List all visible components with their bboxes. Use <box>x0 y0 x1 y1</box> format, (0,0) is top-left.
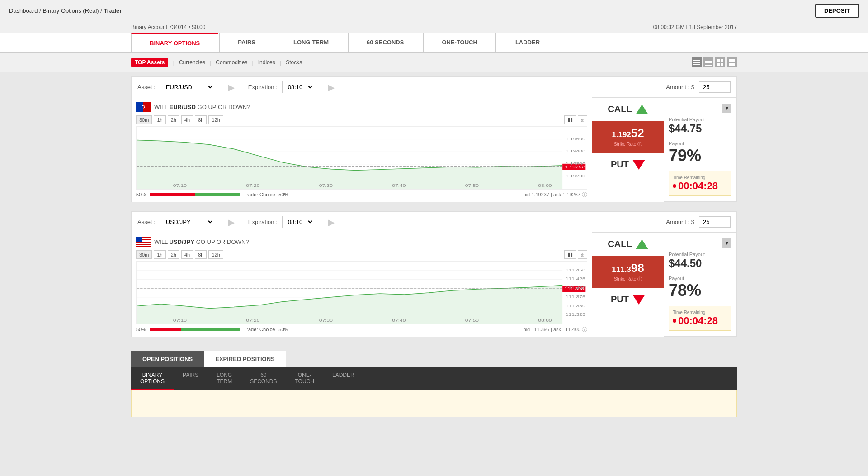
svg-text:08:00: 08:00 <box>538 183 552 188</box>
view-tile-icon[interactable] <box>727 57 737 67</box>
svg-rect-9 <box>721 59 723 62</box>
bottom-tab-longterm[interactable]: LONGTERM <box>208 367 241 390</box>
call-button-usdjpy[interactable]: CALL <box>592 232 664 256</box>
bid-ask-usdjpy: bid 111.395 | ask 111.400 i <box>524 327 587 332</box>
tf-30m-eurusd[interactable]: 30m <box>136 115 152 124</box>
svg-marker-21 <box>137 140 562 189</box>
chart-bar-icon-usdjpy[interactable]: ▮▮ <box>564 250 576 259</box>
tf-12h-usdjpy[interactable]: 12h <box>208 250 223 259</box>
positions-content <box>131 390 737 417</box>
put-button-eurusd[interactable]: PUT <box>592 153 664 176</box>
tab-ladder[interactable]: LADDER <box>497 33 558 52</box>
deposit-button[interactable]: DEPOSIT <box>815 4 859 18</box>
expiry-select-eurusd[interactable]: 08:10 <box>282 81 314 93</box>
breadcrumb: Dashboard / Binary Options (Real) / Trad… <box>9 7 122 14</box>
filter-commodities[interactable]: Commodities <box>216 59 247 66</box>
view-grid-icon[interactable] <box>715 57 725 67</box>
strike-rate-usdjpy[interactable]: 111.398 Strike Rate ⓘ <box>592 256 664 288</box>
breadcrumb-text: Dashboard / Binary Options (Real) / <box>9 7 104 14</box>
svg-text:1.19200: 1.19200 <box>566 174 585 178</box>
amount-input-eurusd[interactable] <box>699 81 731 93</box>
account-bar: Binary Account 734014 • $0.00 08:00:32 G… <box>0 21 868 33</box>
chart-timeframes-usdjpy: 30m 1h 2h 4h 8h 12h ▮▮ ⎋ <box>136 250 587 259</box>
svg-rect-13 <box>729 63 735 66</box>
call-arrow-usdjpy <box>636 239 648 249</box>
svg-text:08:00: 08:00 <box>538 318 552 323</box>
chart-line-icon-eurusd[interactable]: ⎋ <box>578 115 587 124</box>
filter-stocks[interactable]: Stocks <box>286 59 302 66</box>
tf-1h-usdjpy[interactable]: 1h <box>154 250 165 259</box>
filter-indices[interactable]: Indices <box>258 59 275 66</box>
action-panel-eurusd: CALL 1.19252 Strike Rate ⓘ PUT <box>592 97 664 202</box>
chart-line-icon-usdjpy[interactable]: ⎋ <box>578 250 587 259</box>
bottom-tab-pairs[interactable]: PAIRS <box>174 367 208 390</box>
tf-30m-usdjpy[interactable]: 30m <box>136 250 152 259</box>
bottom-tabs: BINARYOPTIONS PAIRS LONGTERM 60SECONDS O… <box>131 367 737 390</box>
bottom-tab-binary[interactable]: BINARYOPTIONS <box>131 367 174 390</box>
bottom-tab-onetouch[interactable]: ONE-TOUCH <box>286 367 323 390</box>
tf-8h-eurusd[interactable]: 8h <box>195 115 207 124</box>
call-button-eurusd[interactable]: CALL <box>592 97 664 121</box>
svg-rect-11 <box>721 63 723 66</box>
info-icon-eurusd[interactable]: i <box>582 192 587 197</box>
tab-one-touch[interactable]: ONE-TOUCH <box>423 33 495 52</box>
svg-rect-12 <box>729 59 735 62</box>
asset-select-eurusd[interactable]: EUR/USD <box>160 81 214 93</box>
svg-rect-6 <box>705 64 712 64</box>
positions-section: OPEN POSITIONS EXPIRED POSITIONS BINARYO… <box>0 346 868 417</box>
tf-4h-eurusd[interactable]: 4h <box>181 115 193 124</box>
asset-row-usdjpy: Asset : USD/JPY ▶ Expiration : 08:10 ▶ A… <box>132 212 736 232</box>
tab-pairs[interactable]: PAIRS <box>219 33 274 52</box>
time-remaining-eurusd: Time Remaining 00:04:28 <box>669 171 731 196</box>
tf-8h-usdjpy[interactable]: 8h <box>195 250 207 259</box>
svg-text:07:30: 07:30 <box>319 318 333 323</box>
view-list-icon[interactable] <box>692 57 702 67</box>
put-arrow-eurusd <box>632 160 645 170</box>
tab-binary-options[interactable]: BINARY OPTIONS <box>131 33 218 52</box>
tf-4h-usdjpy[interactable]: 4h <box>181 250 193 259</box>
tab-long-term[interactable]: LONG TERM <box>275 33 347 52</box>
collapse-btn-eurusd[interactable]: ▼ <box>722 104 731 113</box>
svg-rect-10 <box>717 63 720 66</box>
svg-text:07:10: 07:10 <box>173 318 187 323</box>
svg-text:111.450: 111.450 <box>566 267 585 272</box>
svg-text:111.400: 111.400 <box>566 286 585 290</box>
svg-text:07:50: 07:50 <box>465 318 479 323</box>
collapse-btn-usdjpy[interactable]: ▼ <box>722 238 731 248</box>
put-button-usdjpy[interactable]: PUT <box>592 288 664 311</box>
tf-12h-eurusd[interactable]: 12h <box>208 115 223 124</box>
info-panel-eurusd: ▼ Potential Payout $44.75 Payout 79% Tim… <box>664 97 736 202</box>
filter-top-assets[interactable]: TOP Assets <box>131 58 168 67</box>
trader-choice-usdjpy: 50% Trader Choice 50% <box>136 327 288 332</box>
filter-currencies[interactable]: Currencies <box>179 59 205 66</box>
chart-bar-icon-eurusd[interactable]: ▮▮ <box>564 115 576 124</box>
view-compact-icon[interactable] <box>703 57 713 67</box>
asset-select-usdjpy[interactable]: USD/JPY <box>160 216 214 228</box>
svg-text:07:40: 07:40 <box>392 318 406 323</box>
tab-60-seconds[interactable]: 60 SECONDS <box>348 33 422 52</box>
chart-footer-usdjpy: 50% Trader Choice 50% bid 111.395 | ask … <box>136 327 587 332</box>
flag-usdjpy <box>136 237 151 247</box>
bottom-tab-60sec[interactable]: 60SECONDS <box>241 367 286 390</box>
strike-rate-eurusd[interactable]: 1.19252 Strike Rate ⓘ <box>592 121 664 153</box>
expiry-select-usdjpy[interactable]: 08:10 <box>282 216 314 228</box>
chart-header-eurusd: WILL EUR/USD GO UP OR DOWN? <box>136 102 587 112</box>
tf-2h-usdjpy[interactable]: 2h <box>168 250 179 259</box>
chart-svg-eurusd: 1.19252 1.19500 1.19400 1.19300 1.19200 … <box>137 127 587 189</box>
info-icon-usdjpy[interactable]: i <box>582 327 587 332</box>
amount-input-usdjpy[interactable] <box>699 216 731 228</box>
svg-text:111.425: 111.425 <box>566 276 585 281</box>
bottom-tab-ladder[interactable]: LADDER <box>323 367 363 390</box>
payout-eurusd: Payout 79% <box>669 141 731 165</box>
svg-text:1.19400: 1.19400 <box>566 149 585 153</box>
tf-1h-eurusd[interactable]: 1h <box>154 115 165 124</box>
tf-2h-eurusd[interactable]: 2h <box>168 115 179 124</box>
open-positions-tab[interactable]: OPEN POSITIONS <box>131 351 204 367</box>
put-arrow-usdjpy <box>632 295 645 305</box>
panel-usdjpy: Asset : USD/JPY ▶ Expiration : 08:10 ▶ A… <box>131 211 737 337</box>
chart-area-eurusd: 1.19252 1.19500 1.19400 1.19300 1.19200 … <box>136 126 587 190</box>
svg-text:111.375: 111.375 <box>566 294 585 299</box>
svg-rect-38 <box>136 243 151 244</box>
expired-positions-tab[interactable]: EXPIRED POSITIONS <box>204 351 286 367</box>
svg-rect-14 <box>136 102 143 112</box>
